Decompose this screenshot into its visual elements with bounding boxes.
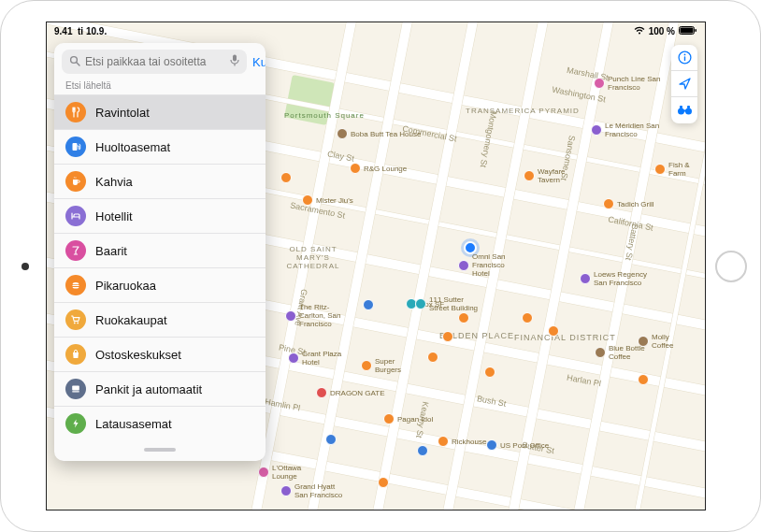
svg-rect-9 xyxy=(72,285,79,286)
category-label: Pikaruokaa xyxy=(95,279,156,293)
category-item[interactable]: Hotellit xyxy=(54,198,266,233)
glass-icon xyxy=(65,240,86,261)
svg-point-16 xyxy=(683,54,685,56)
fork-icon xyxy=(65,102,86,122)
district-label: FINANCIAL DISTRICT xyxy=(514,333,616,342)
district-label: Portsmouth Square xyxy=(284,111,365,120)
poi-dot[interactable] xyxy=(363,299,374,310)
poi[interactable]: Wayfare Tavern xyxy=(524,167,579,184)
svg-rect-5 xyxy=(233,55,237,62)
poi[interactable]: US Post Office xyxy=(486,439,549,451)
poi[interactable]: Loews Regency San Francisco xyxy=(580,270,650,287)
svg-line-4 xyxy=(77,62,79,65)
pump-icon xyxy=(65,137,86,157)
svg-rect-17 xyxy=(683,56,684,61)
poi-dot[interactable] xyxy=(427,352,438,363)
svg-rect-22 xyxy=(687,106,690,108)
poi[interactable]: Grant Plaza Hotel xyxy=(288,350,345,367)
poi-dot[interactable] xyxy=(378,477,389,488)
poi-dot[interactable] xyxy=(442,331,453,342)
camera-dot xyxy=(22,263,29,270)
mic-icon[interactable] xyxy=(230,54,239,69)
search-row: Kumoa xyxy=(54,43,266,79)
category-label: Huoltoasemat xyxy=(95,140,170,154)
search-field[interactable] xyxy=(62,50,247,74)
poi[interactable]: Boba Butt Tea House xyxy=(337,128,421,139)
category-label: Baarit xyxy=(95,244,127,258)
svg-point-11 xyxy=(77,323,79,324)
street-label: Battery St xyxy=(624,223,639,262)
battery-icon xyxy=(679,26,697,36)
wifi-icon xyxy=(634,26,645,36)
home-button[interactable] xyxy=(715,251,747,282)
poi-dot[interactable] xyxy=(325,434,337,445)
district-label: OLD SAINT MARY'S CATHEDRAL xyxy=(285,245,341,270)
category-item[interactable]: Ravintolat xyxy=(54,94,266,129)
poi[interactable]: Omni San Francisco Hotel xyxy=(458,252,523,278)
svg-rect-8 xyxy=(74,144,77,146)
poi[interactable]: Le Méridien San Francisco xyxy=(591,122,661,138)
binoculars-button[interactable] xyxy=(671,97,697,123)
poi-dot[interactable] xyxy=(484,367,495,378)
category-label: Ruokakaupat xyxy=(95,313,167,327)
poi[interactable]: 111 Sutter Street Building xyxy=(415,295,485,312)
section-title: Etsi läheltä xyxy=(54,79,266,94)
category-item[interactable]: Huoltoasemat xyxy=(54,129,266,164)
svg-point-10 xyxy=(74,323,76,324)
poi-dot[interactable] xyxy=(638,374,649,385)
category-item[interactable]: Pankit ja automaatit xyxy=(54,371,266,406)
poi-dot[interactable] xyxy=(417,445,428,456)
category-item[interactable]: Baarit xyxy=(54,233,266,267)
burger-icon xyxy=(65,275,86,295)
category-item[interactable]: Ostoskeskukset xyxy=(54,337,266,371)
status-right: 100 % xyxy=(634,26,697,36)
poi[interactable] xyxy=(280,172,292,183)
cancel-button[interactable]: Kumoa xyxy=(252,55,266,69)
poi[interactable]: Pagan Idol xyxy=(383,413,433,424)
poi[interactable]: R&G Lounge xyxy=(350,163,407,174)
locate-button[interactable] xyxy=(671,71,697,97)
category-item[interactable]: Kahvia xyxy=(54,164,266,198)
district-label: TRANSAMERICA PYRAMID xyxy=(466,107,580,115)
battery-label: 100 % xyxy=(649,26,675,36)
svg-rect-20 xyxy=(682,110,686,112)
svg-rect-2 xyxy=(696,29,697,32)
search-input[interactable] xyxy=(85,55,225,68)
category-label: Ravintolat xyxy=(95,106,150,120)
category-item[interactable]: Pikaruokaa xyxy=(54,267,266,302)
poi[interactable]: Mister Jiu's xyxy=(302,194,353,206)
bag-icon xyxy=(65,344,86,365)
search-panel: Kumoa Etsi läheltä RavintolatHuoltoasema… xyxy=(54,43,266,461)
poi[interactable]: Rickhouse xyxy=(438,436,486,447)
poi[interactable]: L'Ottawa Lounge xyxy=(258,464,313,481)
category-label: Latausasemat xyxy=(95,417,172,431)
svg-rect-14 xyxy=(72,391,79,392)
poi[interactable]: Tadich Grill xyxy=(603,198,654,209)
poi[interactable]: Super Burgers xyxy=(361,357,412,374)
info-button[interactable] xyxy=(671,45,697,71)
svg-rect-21 xyxy=(680,106,682,108)
category-label: Kahvia xyxy=(95,175,133,189)
status-time: 9.41 ti 10.9. xyxy=(54,26,107,36)
category-item[interactable]: Latausasemat xyxy=(54,406,266,440)
panel-grabber[interactable] xyxy=(144,448,176,452)
ipad-frame: 9.41 ti 10.9. 100 % xyxy=(0,0,761,532)
category-label: Ostoskeskukset xyxy=(95,348,181,362)
category-item[interactable]: Ruokakaupat xyxy=(54,302,266,337)
street-label: Harlan Pl xyxy=(566,373,601,389)
poi[interactable]: DRAGON GATE xyxy=(316,387,385,398)
poi[interactable]: Fish & Farm xyxy=(654,161,705,178)
poi-dot[interactable] xyxy=(522,312,533,324)
poi[interactable]: Punch Line San Francisco xyxy=(594,75,664,92)
status-bar: 9.41 ti 10.9. 100 % xyxy=(47,22,705,39)
poi[interactable]: Molly Coffee xyxy=(638,333,689,350)
poi[interactable]: The Ritz-Carlton, San Francisco xyxy=(285,303,353,328)
cup-icon xyxy=(65,171,86,192)
bed-icon xyxy=(65,206,86,226)
category-label: Pankit ja automaatit xyxy=(95,382,202,396)
poi-dot[interactable] xyxy=(458,312,469,324)
svg-point-13 xyxy=(75,387,77,389)
poi-dot[interactable] xyxy=(548,325,559,337)
poi[interactable]: Grand Hyatt San Francisco xyxy=(280,482,347,499)
bank-icon xyxy=(65,379,86,399)
